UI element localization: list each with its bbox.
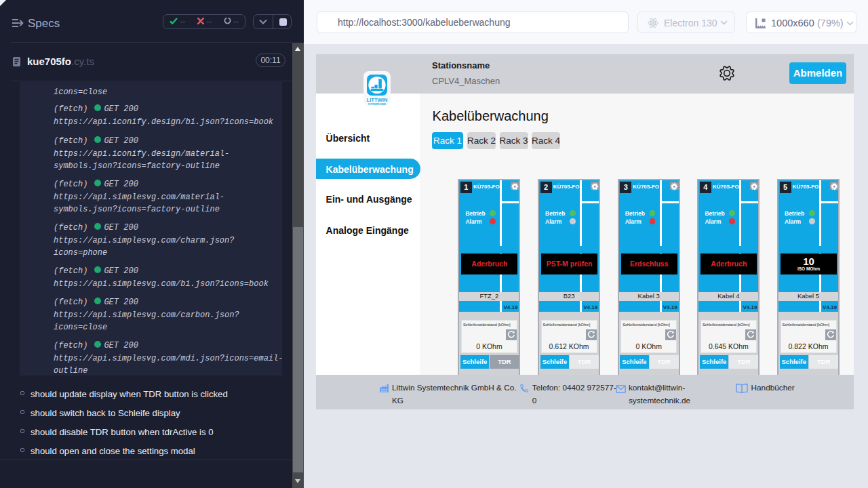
svg-text:SYSTEMTECHNIK: SYSTEMTECHNIK	[368, 103, 387, 106]
